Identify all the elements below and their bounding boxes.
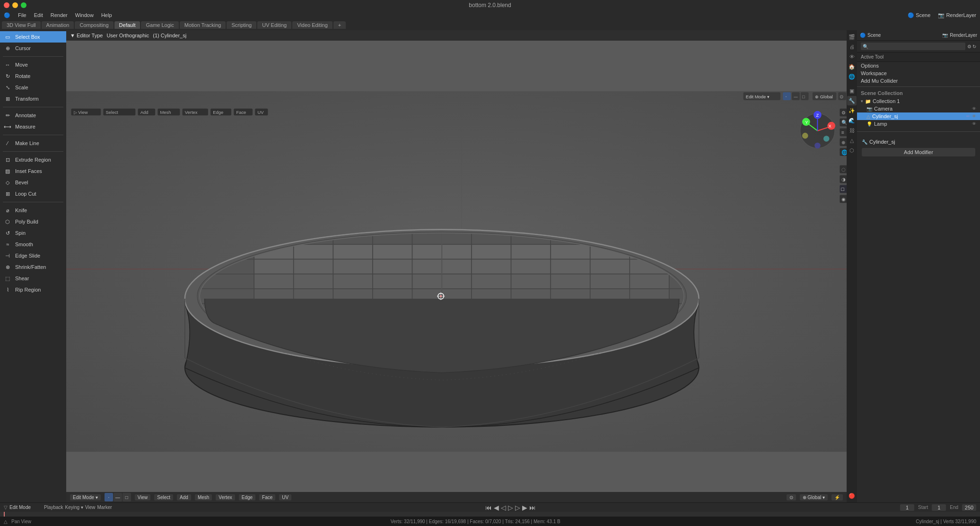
tab-gamelogi[interactable]: Game Logic (141, 21, 178, 29)
tool-move[interactable]: ↔ Move (0, 59, 66, 70)
tool-extrude[interactable]: ⊡ Extrude Region (0, 154, 66, 165)
viewport-3d[interactable]: ▼ Editor Type User Orthographic (1) Cyli… (66, 30, 857, 502)
snap-btn[interactable]: ⚡ (831, 494, 843, 500)
tool-rip-region[interactable]: ⌇ Rip Region (0, 284, 66, 295)
play-btn[interactable]: ▷ (508, 504, 513, 511)
uv-menu-btn[interactable]: UV (279, 494, 291, 500)
tab-uvediting[interactable]: UV Editing (257, 21, 291, 29)
tool-loop-cut[interactable]: ⊞ Loop Cut (0, 188, 66, 199)
active-modifier-icon[interactable]: 🔴 (847, 491, 857, 500)
output-properties-icon[interactable]: 🖨 (847, 42, 857, 52)
tool-make-line[interactable]: ∕ Make Line (0, 138, 66, 149)
tool-shear[interactable]: ⬚ Shear (0, 273, 66, 284)
face-mode-btn[interactable]: □ (122, 493, 131, 501)
prev-frame-btn[interactable]: ◁ (501, 504, 506, 511)
tab-3dviewfull[interactable]: 3D View Full (2, 21, 41, 29)
maximize-button[interactable] (21, 2, 26, 8)
options-item[interactable]: Options (857, 62, 980, 69)
camera-eye-icon[interactable]: 👁 (972, 106, 976, 111)
add-modifier-button[interactable]: Add Modifier (862, 148, 975, 156)
current-frame[interactable]: 1 (900, 504, 914, 511)
menu-edit[interactable]: Edit (34, 12, 43, 18)
tool-scale[interactable]: ⤡ Scale (0, 82, 66, 93)
skip-end-btn[interactable]: ⏭ (529, 504, 536, 511)
particles-icon[interactable]: ✨ (847, 106, 857, 115)
tool-bevel[interactable]: ◇ Bevel (0, 177, 66, 188)
object-properties-icon[interactable]: ▣ (847, 86, 857, 95)
vertex-menu-btn[interactable]: Vertex (216, 494, 235, 500)
global-transform-btn[interactable]: ⊕ Global ▾ (800, 494, 828, 500)
modifier-properties-icon active[interactable]: 🔧 (847, 96, 857, 105)
tool-inset[interactable]: ▨ Inset Faces (0, 165, 66, 177)
skip-start-btn[interactable]: ⏮ (485, 504, 492, 511)
tab-compositing[interactable]: Compositing (75, 21, 113, 29)
tab-videoediting[interactable]: Video Editing (292, 21, 332, 29)
svg-text:⚙: ⚙ (841, 110, 846, 115)
tool-shrink-fatten[interactable]: ⊗ Shrink/Fatten (0, 261, 66, 273)
minimize-button[interactable] (12, 2, 18, 8)
add-mu-collider-item[interactable]: Add Mu Collider (857, 77, 980, 85)
face-menu-btn[interactable]: Face (259, 494, 275, 500)
material-icon[interactable]: ⬡ (847, 146, 857, 155)
tab-scripting[interactable]: Scripting (227, 21, 256, 29)
menu-window[interactable]: Window (75, 12, 94, 18)
next-keyframe-btn[interactable]: ▶ (522, 504, 527, 511)
menu-render[interactable]: Render (51, 12, 68, 18)
search-input[interactable] (861, 43, 965, 50)
camera-item[interactable]: 📷 Camera 👁 (857, 105, 980, 112)
edit-mode-dropdown[interactable]: Edit Mode ▾ (70, 494, 101, 500)
tool-rotate[interactable]: ↻ Rotate (0, 70, 66, 82)
world-properties-icon[interactable]: 🌐 (847, 72, 857, 81)
keying-dropdown[interactable]: Keying ▾ (65, 505, 83, 510)
tab-animation[interactable]: Animation (42, 21, 74, 29)
view-layer-icon[interactable]: 👁 (847, 52, 857, 61)
menu-blender[interactable]: 🔵 (4, 12, 10, 18)
tool-measure[interactable]: ⟷ Measure (0, 121, 66, 132)
sync-icon[interactable]: ↻ (972, 44, 976, 49)
object-data-icon[interactable]: △ (847, 136, 857, 145)
cylinder-item[interactable]: △ Cylinder_sj ✏ 👁 (857, 112, 980, 120)
edit-mode-label: Edit Mode (9, 505, 31, 510)
tool-cursor[interactable]: ⊕ Cursor (0, 43, 66, 54)
view-timeline-btn[interactable]: View (85, 505, 96, 510)
lamp-eye-icon[interactable]: 👁 (972, 121, 976, 126)
start-frame[interactable]: 1 (932, 504, 946, 511)
tool-select-box[interactable]: ▭ Select Box (0, 31, 66, 43)
marker-btn[interactable]: Marker (97, 505, 112, 510)
end-frame[interactable]: 250 (962, 504, 976, 511)
tool-knife[interactable]: ⌀ Knife (0, 205, 66, 216)
filter-icon[interactable]: ⚙ (967, 44, 971, 49)
mesh-menu-btn[interactable]: Mesh (195, 494, 212, 500)
render-properties-icon[interactable]: 🎬 (847, 32, 857, 42)
tab-plus[interactable]: + (333, 21, 346, 29)
physics-icon[interactable]: 🌊 (847, 116, 857, 125)
collection-1-item[interactable]: ▾ 📁 Collection 1 (857, 97, 980, 105)
add-menu-btn[interactable]: Add (177, 494, 191, 500)
next-frame-btn[interactable]: ▷ (515, 504, 520, 511)
prev-keyframe-btn[interactable]: ◀ (494, 504, 499, 511)
scene-properties-icon[interactable]: 🏠 (847, 62, 857, 71)
constraints-icon[interactable]: ⛓ (847, 126, 857, 135)
menu-help[interactable]: Help (101, 12, 112, 18)
edge-menu-btn[interactable]: Edge (239, 494, 255, 500)
tool-spin[interactable]: ↺ Spin (0, 227, 66, 239)
menu-file[interactable]: File (18, 12, 26, 18)
close-button[interactable] (4, 2, 9, 8)
proportional-edit-btn[interactable]: ⊙ (787, 494, 796, 500)
tool-edge-slide[interactable]: ⊣ Edge Slide (0, 250, 66, 261)
viewport-background[interactable]: X Y Z ▷ View Select (66, 41, 857, 502)
workspace-item[interactable]: Workspace (857, 69, 980, 77)
edit-mode-icon[interactable]: ✏ (966, 114, 970, 119)
cylinder-eye-icon[interactable]: 👁 (972, 114, 976, 119)
vertex-mode-btn[interactable]: · (105, 493, 113, 501)
lamp-item[interactable]: 💡 Lamp 👁 (857, 120, 980, 128)
tool-annotate[interactable]: ✏ Annotate (0, 110, 66, 121)
tool-smooth[interactable]: ≈ Smooth (0, 239, 66, 250)
tool-transform[interactable]: ⊞ Transform (0, 93, 66, 104)
select-menu-btn[interactable]: Select (154, 494, 173, 500)
tool-poly-build[interactable]: ⬡ Poly Build (0, 216, 66, 227)
tab-motiontracking[interactable]: Motion Tracking (180, 21, 226, 29)
tab-default[interactable]: Default (114, 21, 140, 29)
edge-mode-btn[interactable]: — (114, 493, 122, 501)
view-menu-btn[interactable]: View (135, 494, 151, 500)
